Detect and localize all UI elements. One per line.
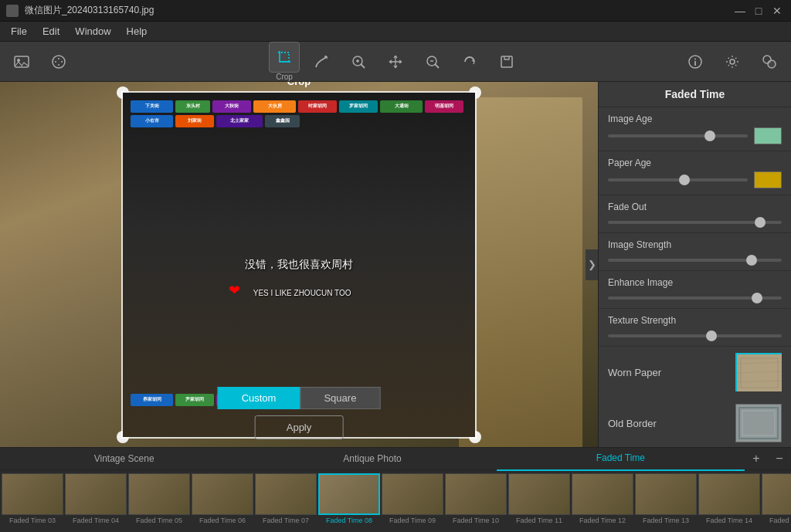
sign-12: 鑫鑫园 (265, 115, 300, 127)
paper-age-slider[interactable] (608, 178, 748, 181)
film-item-12[interactable]: Faded Time 12 (572, 473, 633, 529)
svg-point-8 (730, 59, 735, 64)
film-thumb-08 (318, 473, 380, 515)
zoom-in-tool-button[interactable] (343, 46, 374, 77)
tab-antique-photo[interactable]: Antique Photo (248, 447, 496, 470)
image-age-color[interactable] (754, 127, 782, 144)
film-item-05[interactable]: Faded Time 05 (128, 473, 190, 529)
menu-file[interactable]: File (3, 22, 35, 40)
paper-age-row: Paper Age (599, 151, 791, 195)
enhance-image-slider[interactable] (608, 296, 782, 300)
image-tool-button[interactable] (6, 46, 37, 77)
sign-3: 大秋街 (212, 100, 251, 113)
film-thumb-07 (255, 473, 317, 515)
worn-paper-row[interactable]: Worn Paper (599, 347, 791, 398)
film-thumb-06 (192, 473, 253, 515)
fade-out-slider[interactable] (608, 221, 782, 224)
film-item-14[interactable]: Faded Time 14 (698, 473, 760, 529)
paper-age-color[interactable] (754, 171, 782, 188)
sign-8: 明基胡同 (425, 100, 463, 113)
remove-filter-button[interactable]: − (768, 452, 791, 466)
title-bar: 微信图片_20240313165740.jpg — □ ✕ (0, 0, 791, 22)
film-item-06[interactable]: Faded Time 06 (192, 473, 253, 529)
filmstrip: Faded Time 03 Faded Time 04 Faded Time 0… (0, 470, 791, 532)
worn-paper-label: Worn Paper (608, 367, 661, 378)
enhance-image-label: Enhance Image (608, 277, 782, 288)
sign-b1: 养家胡同 (131, 394, 173, 406)
image-age-label: Image Age (608, 114, 782, 124)
filter-tabs: Vintage Scene Antique Photo Faded Time +… (0, 447, 791, 470)
film-thumb-09 (382, 473, 443, 515)
crop-label: Crop (287, 82, 311, 87)
app-icon (6, 5, 19, 17)
film-item-11[interactable]: Faded Time 11 (508, 473, 570, 529)
info-tool-button[interactable] (680, 46, 711, 77)
film-label-07: Faded Time 07 (255, 517, 317, 524)
add-filter-button[interactable]: + (745, 452, 768, 466)
film-item-07[interactable]: Faded Time 07 (255, 473, 317, 529)
sign-5: 时家胡同 (298, 100, 337, 113)
zoom-out-tool-button[interactable] (417, 46, 448, 77)
film-label-03: Faded Time 03 (2, 517, 63, 524)
film-label-05: Faded Time 05 (128, 517, 190, 524)
film-item-15[interactable]: Faded Time 15 (762, 473, 791, 529)
signs-container: 下关街 东头村 大秋街 大伙房 时家胡同 罗家胡同 大通街 明基胡同 小右市 刘… (131, 100, 467, 127)
tab-vintage-scene[interactable]: Vintage Scene (0, 447, 248, 470)
chinese-main-text: 没错，我也很喜欢周村 (245, 258, 353, 272)
crop-square-button[interactable]: Square (300, 387, 380, 409)
menu-edit[interactable]: Edit (35, 22, 67, 40)
close-button[interactable]: ✕ (769, 3, 785, 19)
curve-tool-button[interactable] (306, 46, 337, 77)
image-age-slider[interactable] (608, 134, 748, 137)
menu-help[interactable]: Help (119, 22, 155, 40)
svg-point-10 (768, 60, 776, 68)
minimize-button[interactable]: — (732, 3, 748, 19)
film-thumb-12 (572, 473, 633, 515)
film-thumb-11 (508, 473, 570, 515)
paper-age-slider-row (608, 171, 782, 188)
canvas-area: Crop 下关街 东头村 大秋街 大伙房 时家胡同 罗家胡同 大通街 明基胡同 (0, 82, 598, 447)
maximize-button[interactable]: □ (751, 3, 766, 19)
film-item-10[interactable]: Faded Time 10 (445, 473, 507, 529)
old-border-row[interactable]: Old Border (599, 398, 791, 447)
crop-apply-button[interactable]: Apply (255, 415, 344, 439)
crop-custom-button[interactable]: Custom (218, 387, 300, 409)
worn-paper-preview[interactable] (735, 353, 782, 391)
film-label-12: Faded Time 12 (572, 517, 633, 524)
crop-overlay[interactable]: Crop 下关街 东头村 大秋街 大伙房 时家胡同 罗家胡同 大通街 明基胡同 (121, 91, 477, 439)
image-strength-slider[interactable] (608, 259, 782, 262)
window-title: 微信图片_20240313165740.jpg (25, 4, 154, 17)
effects-tool-button[interactable] (754, 46, 785, 77)
crop-tool-button[interactable] (269, 42, 300, 73)
settings-tool-button[interactable] (717, 46, 748, 77)
texture-strength-slider[interactable] (608, 334, 782, 337)
enhance-tool-button[interactable] (43, 46, 74, 77)
film-item-08[interactable]: Faded Time 08 (318, 473, 380, 529)
move-tool-button[interactable] (380, 46, 411, 77)
panel-collapse-button[interactable]: ❯ (586, 249, 598, 280)
tab-faded-time[interactable]: Faded Time (497, 446, 745, 471)
window-controls[interactable]: — □ ✕ (732, 3, 785, 19)
old-border-preview[interactable] (735, 404, 782, 442)
film-item-09[interactable]: Faded Time 09 (382, 473, 443, 529)
svg-rect-16 (736, 405, 781, 442)
export-tool-button[interactable] (491, 46, 522, 77)
film-item-03[interactable]: Faded Time 03 (2, 473, 63, 529)
title-bar-left: 微信图片_20240313165740.jpg (6, 4, 154, 17)
film-thumb-03 (2, 473, 63, 515)
svg-rect-11 (737, 354, 782, 391)
film-item-13[interactable]: Faded Time 13 (635, 473, 697, 529)
crop-buttons: Custom Square Apply (218, 387, 381, 439)
rotate-tool-button[interactable] (454, 46, 485, 77)
image-strength-row: Image Strength (599, 233, 791, 271)
film-label-09: Faded Time 09 (382, 517, 443, 524)
toolbar: Crop (0, 42, 791, 82)
toolbar-left (6, 46, 74, 77)
film-label-14: Faded Time 14 (698, 517, 760, 524)
menu-window[interactable]: Window (67, 22, 118, 40)
film-item-04[interactable]: Faded Time 04 (65, 473, 127, 529)
sign-2: 东头村 (175, 100, 210, 113)
sign-1: 下关街 (131, 100, 173, 113)
sign-4: 大伙房 (253, 100, 296, 113)
old-border-label: Old Border (608, 418, 657, 429)
